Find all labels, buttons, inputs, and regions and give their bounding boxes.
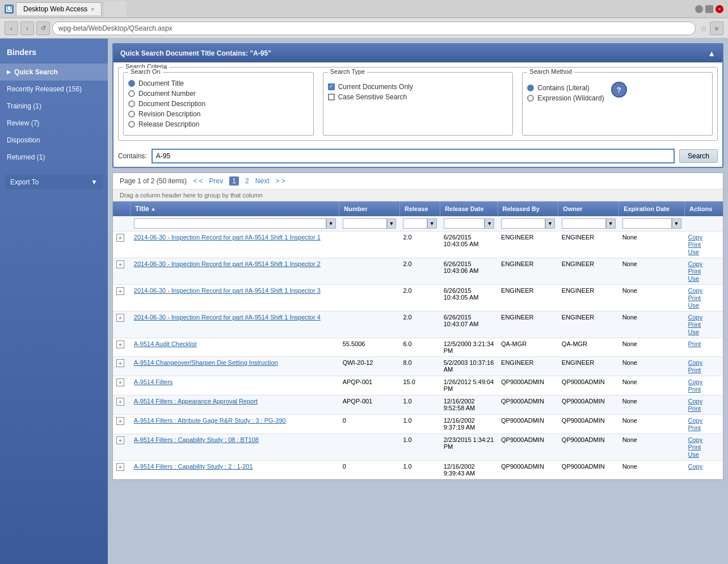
doc-title-link[interactable]: A-9514 Audit Checklist [134,340,197,347]
sidebar-item-recently-released[interactable]: Recently Released (156) [0,81,108,98]
search-method-option-0[interactable]: Contains (Literal) [527,84,604,92]
expand-btn[interactable]: + [116,234,124,242]
expand-btn[interactable]: + [116,378,124,386]
sidebar-item-training[interactable]: Training (1) [0,98,108,115]
action-print-link[interactable]: Print [688,367,719,373]
filter-number-btn[interactable]: ▼ [387,218,397,229]
expand-btn[interactable]: + [116,398,124,406]
filter-title-btn[interactable]: ▼ [326,218,336,229]
search-on-option-2[interactable]: Document Description [128,100,309,108]
action-print-link[interactable]: Print [688,321,719,328]
search-button[interactable]: Search [679,149,718,163]
window-maximize[interactable] [705,5,713,13]
th-expiration-date[interactable]: Expiration Date [619,201,685,216]
doc-title-link[interactable]: A-9514 Filters : Capability Study : 08 :… [134,436,259,443]
action-copy-link[interactable]: Copy [688,463,719,470]
expand-btn[interactable]: + [116,463,124,471]
action-use-link[interactable]: Use [688,302,719,309]
th-owner[interactable]: Owner [558,201,619,216]
th-title[interactable]: Title ▲ [131,201,339,216]
expand-btn[interactable]: + [116,417,124,425]
bookmark-btn[interactable]: ☆ [700,24,708,33]
doc-title-link[interactable]: A-9514 Filters [134,378,172,385]
action-copy-link[interactable]: Copy [688,417,719,424]
forward-btn[interactable]: › [20,22,34,35]
action-copy-link[interactable]: Copy [688,287,719,294]
action-use-link[interactable]: Use [688,249,719,255]
sidebar-item-disposition[interactable]: Disposition [0,132,108,149]
address-bar[interactable]: wpg-beta/WebDesktop/QSearch.aspx [52,22,696,35]
sidebar-item-quick-search[interactable]: Quick Search [0,64,108,81]
th-number[interactable]: Number [339,201,400,216]
th-released-by[interactable]: Released By [498,201,558,216]
action-copy-link[interactable]: Copy [688,436,719,443]
expand-btn[interactable]: + [116,359,124,367]
th-release-date[interactable]: Release Date [440,201,498,216]
window-close[interactable]: × [716,5,723,13]
next-next-btn[interactable]: > > [276,177,285,185]
action-print-link[interactable]: Print [688,424,719,431]
export-to-bar[interactable]: Export To ▼ [5,175,103,190]
action-copy-link[interactable]: Copy [688,359,719,366]
filter-release[interactable] [403,218,427,229]
action-print-link[interactable]: Print [688,405,719,412]
doc-title-link[interactable]: A-9514 Changeover/Sharpen Die Setting In… [134,359,278,366]
new-tab-area[interactable] [104,1,127,17]
action-copy-link[interactable]: Copy [688,378,719,385]
panel-collapse-btn[interactable]: ▲ [708,49,716,58]
expand-btn[interactable]: + [116,436,124,444]
refresh-btn[interactable]: ↺ [36,22,50,35]
search-on-option-4[interactable]: Release Description [128,120,309,128]
action-print-link[interactable]: Print [688,386,719,393]
prev-prev-btn[interactable]: < < [193,177,203,185]
doc-title-link[interactable]: 2014-06-30 - Inspection Record for part … [134,287,321,294]
action-print-link[interactable]: Print [688,241,719,248]
page-1-btn[interactable]: 1 [229,176,239,186]
action-use-link[interactable]: Use [688,329,719,335]
doc-title-link[interactable]: A-9514 Filters : Capability Study : 2 : … [134,463,253,470]
action-print-link[interactable]: Print [688,340,719,347]
filter-release-date-btn[interactable]: ▼ [485,218,494,229]
prev-btn[interactable]: Prev [209,177,224,185]
expand-btn[interactable]: + [116,260,124,268]
action-print-link[interactable]: Print [688,268,719,275]
action-use-link[interactable]: Use [688,275,719,282]
filter-release-btn[interactable]: ▼ [427,218,437,229]
action-print-link[interactable]: Print [688,294,719,301]
doc-title-link[interactable]: 2014-06-30 - Inspection Record for part … [134,314,321,321]
sidebar-item-returned[interactable]: Returned (1) [0,149,108,166]
expand-btn[interactable]: + [116,340,124,348]
tab-close-btn[interactable]: × [91,6,94,12]
page-2-btn[interactable]: 2 [245,177,249,185]
doc-title-link[interactable]: A-9514 Filters : Appearance Approval Rep… [134,398,258,405]
action-copy-link[interactable]: Copy [688,234,719,241]
search-on-option-0[interactable]: Document Title [128,79,309,87]
filter-released-by-btn[interactable]: ▼ [545,218,555,229]
sidebar-item-review[interactable]: Review (7) [0,115,108,132]
contains-input[interactable] [152,149,675,163]
window-minimize[interactable] [695,5,703,13]
back-btn[interactable]: ‹ [5,22,18,35]
doc-title-link[interactable]: 2014-06-30 - Inspection Record for part … [134,260,321,267]
filter-title[interactable] [134,218,326,229]
filter-expiration-btn[interactable]: ▼ [672,218,681,229]
search-on-option-1[interactable]: Document Number [128,90,309,98]
filter-number[interactable] [343,218,387,229]
help-button[interactable]: ? [611,82,627,98]
next-btn[interactable]: Next [255,177,270,185]
search-type-option-0[interactable]: Current Documents Only [328,83,508,91]
action-copy-link[interactable]: Copy [688,398,719,405]
action-use-link[interactable]: Use [688,451,719,458]
menu-btn[interactable]: ≡ [710,22,723,35]
action-copy-link[interactable]: Copy [688,314,719,321]
th-release[interactable]: Release [399,201,440,216]
expand-btn[interactable]: + [116,287,124,295]
filter-owner[interactable] [562,218,606,229]
search-type-option-1[interactable]: Case Sensitive Search [328,93,508,101]
filter-expiration[interactable] [622,218,672,229]
expand-btn[interactable]: + [116,314,124,322]
doc-title-link[interactable]: A-9514 Filters : Attribute Gage R&R Stud… [134,417,286,424]
browser-tab[interactable]: Desktop Web Access × [16,2,102,15]
search-on-option-3[interactable]: Revision Description [128,110,309,118]
filter-released-by[interactable] [501,218,545,229]
